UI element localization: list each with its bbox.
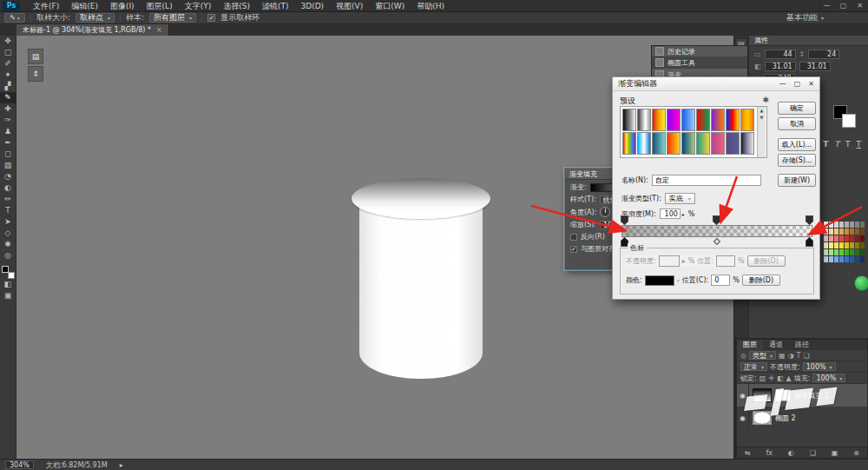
swatch[interactable] bbox=[855, 235, 859, 242]
quick-mask-icon[interactable]: ◧ bbox=[0, 279, 16, 290]
ok-button[interactable]: 确定 bbox=[778, 102, 816, 115]
current-tool-badge[interactable]: ✎ ▾ bbox=[4, 13, 25, 23]
swatch[interactable] bbox=[860, 242, 865, 248]
visibility-eye-icon[interactable]: ◉ bbox=[737, 384, 749, 407]
front-color-chip[interactable] bbox=[842, 114, 856, 128]
swatch[interactable] bbox=[860, 249, 865, 255]
opacity-position-field[interactable] bbox=[716, 255, 735, 267]
opacity-dropdown[interactable]: 100% ▾ bbox=[803, 362, 836, 371]
presets-scrollbar[interactable]: ▲ ▼ bbox=[757, 107, 766, 157]
close-icon[interactable]: ✕ bbox=[808, 80, 814, 88]
stop-color-swatch[interactable] bbox=[645, 275, 674, 286]
gradient-tool[interactable]: ▨ bbox=[0, 160, 16, 171]
sample-dropdown[interactable]: 所有图层 ▾ bbox=[149, 13, 196, 23]
gradient-preset[interactable] bbox=[667, 109, 681, 131]
swatch[interactable] bbox=[834, 256, 838, 262]
swatch[interactable] bbox=[850, 228, 854, 235]
swatch[interactable] bbox=[855, 249, 859, 255]
swatch[interactable] bbox=[850, 256, 854, 262]
ellipse-layer-thumbnail[interactable] bbox=[753, 411, 772, 425]
cancel-button[interactable]: 取消 bbox=[778, 117, 816, 130]
gradient-preset[interactable] bbox=[696, 109, 710, 131]
filter-shape-icon[interactable]: ❏ bbox=[803, 352, 809, 360]
document-tab[interactable]: 未标题-1 @ 304%(渐变填充 1,RGB/8) * × bbox=[16, 24, 169, 36]
scroll-up-icon[interactable]: ▲ bbox=[758, 107, 766, 114]
swatch[interactable] bbox=[829, 256, 833, 262]
fill-dropdown[interactable]: 100% ▾ bbox=[812, 374, 845, 382]
gradient-preset[interactable] bbox=[622, 109, 636, 131]
swatch[interactable] bbox=[845, 242, 849, 248]
status-flyout-icon[interactable]: ▸ bbox=[120, 461, 123, 469]
tab-layers[interactable]: 图层 bbox=[737, 340, 763, 350]
swatch[interactable] bbox=[855, 228, 859, 235]
swatch[interactable] bbox=[850, 235, 854, 242]
eyedropper-tool[interactable]: ✎ bbox=[0, 92, 16, 103]
swatch[interactable] bbox=[824, 242, 828, 248]
gradient-preset[interactable] bbox=[637, 109, 651, 131]
underline-type-icon[interactable]: T bbox=[857, 140, 862, 149]
swatch[interactable] bbox=[839, 228, 844, 235]
zoom-level-field[interactable]: 304% bbox=[5, 460, 34, 469]
workspace-switcher[interactable]: 基本功能 ▾ bbox=[786, 12, 824, 23]
align-with-layer-checkbox[interactable]: ✓ bbox=[570, 246, 577, 253]
opacity-stop-right[interactable] bbox=[806, 215, 813, 225]
dodge-tool[interactable]: ◐ bbox=[0, 182, 16, 194]
load-button[interactable]: 载入(L)... bbox=[778, 138, 816, 151]
brush-tool[interactable]: ✑ bbox=[0, 115, 16, 126]
color-stop-right[interactable] bbox=[806, 237, 813, 247]
move-tool[interactable]: ✥ bbox=[0, 36, 16, 47]
gradient-strip[interactable] bbox=[621, 225, 812, 237]
layer-name[interactable]: 椭圆 2 bbox=[775, 414, 796, 423]
bold-type-icon[interactable]: T bbox=[823, 140, 828, 149]
gradient-preset[interactable] bbox=[681, 132, 695, 155]
menu-edit[interactable]: 编辑(E) bbox=[65, 0, 104, 12]
swatch[interactable] bbox=[834, 222, 838, 228]
blur-tool[interactable]: ◔ bbox=[0, 171, 16, 182]
add-mask-icon[interactable]: ◐ bbox=[788, 449, 794, 457]
menu-file[interactable]: 文件(F) bbox=[27, 0, 65, 12]
zoom-tool[interactable]: ◎ bbox=[0, 250, 16, 261]
swatch[interactable] bbox=[845, 228, 849, 235]
scroll-down-icon[interactable]: ▼ bbox=[758, 114, 766, 121]
menu-select[interactable]: 选择(S) bbox=[217, 0, 256, 12]
sample-size-dropdown[interactable]: 取样点 ▾ bbox=[76, 13, 115, 23]
swatch[interactable] bbox=[839, 222, 844, 228]
layer-filter-dropdown[interactable]: 类型 ▾ bbox=[749, 351, 776, 360]
layer-row[interactable]: ◉ 椭圆 2 bbox=[737, 407, 867, 429]
properties-field-2[interactable]: 24 bbox=[808, 50, 839, 59]
swatch[interactable] bbox=[839, 242, 844, 248]
opacity-field[interactable] bbox=[659, 255, 680, 267]
filter-adjust-icon[interactable]: ◑ bbox=[788, 352, 794, 360]
lock-position-icon[interactable]: ✛ bbox=[768, 374, 774, 382]
new-button[interactable]: 新建(W) bbox=[778, 174, 816, 187]
pen-tool[interactable]: ✏ bbox=[0, 194, 16, 205]
gradient-preset[interactable] bbox=[652, 132, 666, 155]
filter-type-icon[interactable]: T bbox=[797, 352, 801, 360]
visibility-eye-icon[interactable]: ◉ bbox=[737, 407, 749, 429]
menu-filter[interactable]: 滤镜(T) bbox=[256, 0, 295, 12]
gradient-preset[interactable] bbox=[652, 109, 666, 131]
save-button[interactable]: 存储(S)... bbox=[778, 154, 816, 167]
swatch[interactable] bbox=[834, 228, 838, 235]
swatch[interactable] bbox=[829, 249, 833, 255]
minimize-icon[interactable]: — bbox=[779, 80, 786, 88]
adjustment-layer-icon[interactable]: ❏ bbox=[810, 449, 816, 457]
screen-mode-icon[interactable]: ▣ bbox=[0, 290, 16, 301]
magic-wand-tool[interactable]: ✦ bbox=[0, 70, 16, 81]
gradient-preset[interactable] bbox=[696, 132, 710, 155]
background-color-chip[interactable] bbox=[8, 272, 15, 279]
opacity-stop-middle[interactable] bbox=[713, 215, 720, 225]
menu-3d[interactable]: 3D(D) bbox=[294, 0, 330, 12]
delete-color-stop-button[interactable]: 删除(D) bbox=[742, 275, 780, 286]
show-sampling-ring-checkbox[interactable]: ✓ bbox=[207, 14, 215, 22]
swatch[interactable] bbox=[860, 228, 865, 235]
tab-channels[interactable]: 通道 bbox=[763, 340, 789, 350]
midpoint-diamond[interactable] bbox=[713, 238, 720, 245]
layer-effects-icon[interactable]: fx bbox=[766, 449, 773, 457]
widget-grid-icon[interactable]: ▤ bbox=[28, 49, 43, 64]
gradient-type-dropdown[interactable]: 实底 ▾ bbox=[665, 193, 695, 204]
swatch[interactable] bbox=[834, 249, 838, 255]
widget-resize-icon[interactable]: ⇕ bbox=[28, 66, 43, 82]
swatch[interactable] bbox=[829, 242, 833, 248]
swatch[interactable] bbox=[860, 235, 865, 242]
